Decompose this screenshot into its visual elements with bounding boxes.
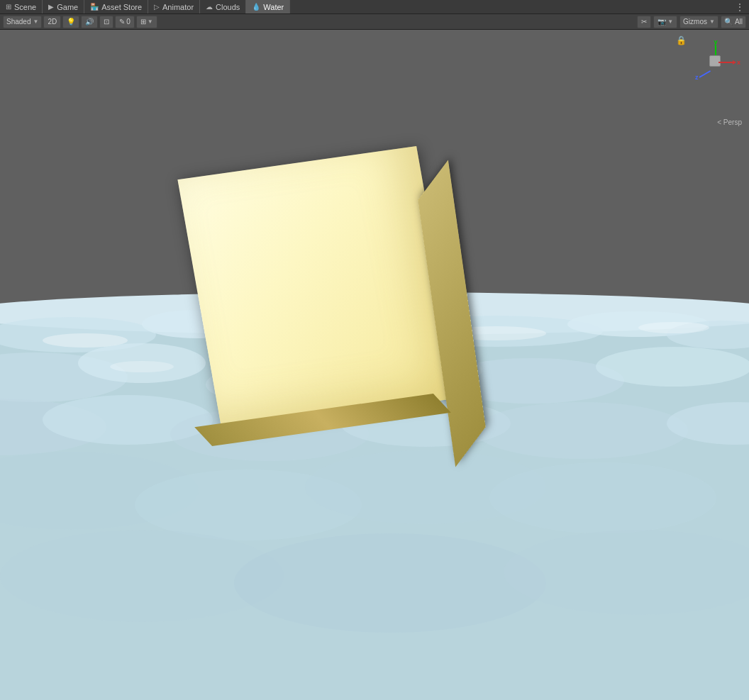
toolbar-right: ✂ 📷 ▼ Gizmos ▼ 🔍 All <box>637 16 746 28</box>
overlay-button[interactable]: ⊡ <box>99 16 113 28</box>
paint-button[interactable]: ✎ 0 <box>115 16 135 28</box>
scene-icon: ⊞ <box>6 3 11 11</box>
gizmo-x-label: x <box>737 59 740 66</box>
gizmo-y-label: y <box>714 38 717 45</box>
shading-dropdown[interactable]: Shaded ▼ <box>3 16 42 28</box>
mode-2d-button[interactable]: 2D <box>43 16 61 28</box>
all-dropdown[interactable]: 🔍 All <box>721 16 746 28</box>
gizmos-dropdown[interactable]: Gizmos ▼ <box>679 16 719 28</box>
gizmos-dropdown-arrow: ▼ <box>709 18 715 25</box>
tab-water-label: Water <box>263 3 284 11</box>
gizmo-z-axis: z <box>695 74 712 81</box>
audio-button[interactable]: 🔊 <box>81 16 98 28</box>
tab-clouds-label: Clouds <box>216 3 240 11</box>
tab-water[interactable]: 💧 Water <box>246 0 290 13</box>
tab-game[interactable]: ▶ Game <box>43 0 84 13</box>
game-icon: ▶ <box>48 3 54 11</box>
overlay-icon: ⊡ <box>104 18 109 26</box>
clouds-icon: ☁ <box>206 3 213 11</box>
shading-label: Shaded <box>6 18 30 26</box>
svg-point-26 <box>234 533 546 633</box>
scissors-button[interactable]: ✂ <box>637 16 651 28</box>
viewport[interactable]: y x z 🔒 < Persp <box>0 30 749 700</box>
all-label: All <box>735 18 743 26</box>
svg-point-19 <box>475 402 688 459</box>
grid-button[interactable]: ⊞ ▼ <box>136 16 157 28</box>
gizmo-x-axis: x <box>719 59 740 66</box>
gizmo-x-line <box>719 62 733 63</box>
cube-face-front <box>177 146 460 431</box>
toolbar: Shaded ▼ 2D 💡 🔊 ⊡ ✎ 0 ⊞ ▼ ✂ 📷 ▼ Gizmos ▼ <box>0 14 749 30</box>
lock-icon[interactable]: 🔒 <box>676 35 687 45</box>
tab-options-button[interactable]: ⋮ <box>731 1 749 13</box>
gizmo-z-line <box>699 70 711 78</box>
gizmo-widget[interactable]: y x z <box>692 37 742 87</box>
tab-scene-label: Scene <box>14 3 36 11</box>
asset-store-icon: 🏪 <box>90 3 99 11</box>
gizmo-z-label: z <box>695 74 699 81</box>
camera-dropdown-arrow: ▼ <box>667 18 673 25</box>
svg-point-30 <box>638 322 709 333</box>
camera-button[interactable]: 📷 ▼ <box>653 16 677 28</box>
all-search-icon: 🔍 <box>724 18 733 26</box>
water-icon: 💧 <box>252 3 260 11</box>
tab-animator[interactable]: ▷ Animator <box>148 0 200 13</box>
tab-animator-label: Animator <box>162 3 194 11</box>
gizmo-x-arrow <box>733 60 736 65</box>
tab-game-label: Game <box>57 3 78 11</box>
tab-clouds[interactable]: ☁ Clouds <box>200 0 246 13</box>
tab-asset-store[interactable]: 🏪 Asset Store <box>84 0 148 13</box>
svg-point-31 <box>110 361 174 372</box>
svg-point-24 <box>489 462 716 533</box>
gizmos-label: Gizmos <box>683 18 707 26</box>
shading-dropdown-arrow: ▼ <box>33 18 38 25</box>
animator-icon: ▷ <box>154 3 160 11</box>
scissors-icon: ✂ <box>641 18 647 26</box>
tab-bar: ⊞ Scene ▶ Game 🏪 Asset Store ▷ Animator … <box>0 0 749 14</box>
audio-icon: 🔊 <box>85 18 94 26</box>
light-icon: 💡 <box>67 18 75 26</box>
camera-icon: 📷 <box>658 18 666 26</box>
tab-scene[interactable]: ⊞ Scene <box>0 0 43 13</box>
mode-2d-label: 2D <box>48 18 57 26</box>
persp-label: < Persp <box>717 118 742 699</box>
grid-icon: ⊞ <box>140 18 146 26</box>
paint-label: 0 <box>126 18 131 26</box>
grid-dropdown-arrow: ▼ <box>148 18 153 25</box>
paint-icon: ✎ <box>119 18 125 26</box>
tab-asset-store-label: Asset Store <box>101 3 142 11</box>
cube <box>192 140 475 423</box>
light-button[interactable]: 💡 <box>62 16 79 28</box>
svg-point-28 <box>43 333 128 348</box>
